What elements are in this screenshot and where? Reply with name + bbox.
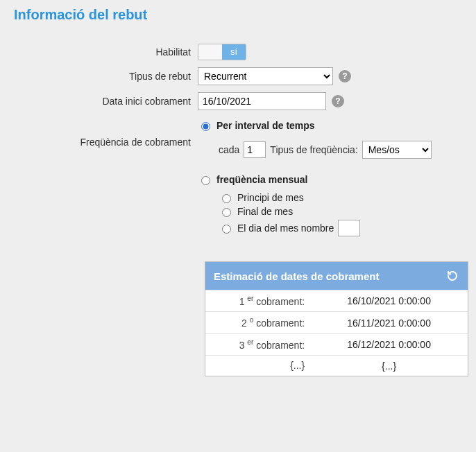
estimation-panel: Estimació de dates de cobrament 1 er cob… xyxy=(205,261,468,376)
estimation-table: 1 er cobrament:16/10/2021 0:00:002 o cob… xyxy=(205,290,468,376)
est-row-value: {...} xyxy=(310,356,468,376)
freq-type-select[interactable]: Mes/os xyxy=(362,141,432,159)
table-row: 1 er cobrament:16/10/2021 0:00:00 xyxy=(205,290,468,312)
est-row-label: {...} xyxy=(205,356,310,376)
est-row-value: 16/12/2021 0:00:00 xyxy=(310,333,468,355)
tfreq-label: Tipus de freqüència: xyxy=(270,144,357,155)
monthly-daynum-input[interactable] xyxy=(338,220,360,236)
est-row-label: 2 o cobrament: xyxy=(205,312,310,333)
est-row-label: 1 er cobrament: xyxy=(205,290,310,312)
every-input[interactable] xyxy=(244,141,266,158)
monthly-start-label: Principi de mes xyxy=(237,192,304,203)
est-row-value: 16/11/2021 0:00:00 xyxy=(310,312,468,333)
monthly-end-label: Final de mes xyxy=(237,206,293,217)
monthly-daynum-label: El dia del mes nombre xyxy=(237,223,334,234)
monthly-end-radio[interactable] xyxy=(222,208,231,217)
toggle-on-label: sí xyxy=(222,44,246,60)
start-label: Data inici cobrament xyxy=(14,96,198,107)
table-row: 2 o cobrament:16/11/2021 0:00:00 xyxy=(205,312,468,333)
mode-interval-label: Per interval de temps xyxy=(216,120,315,131)
type-label: Tipus de rebut xyxy=(14,71,198,82)
enabled-toggle[interactable]: sí xyxy=(198,44,246,60)
refresh-icon[interactable] xyxy=(445,269,459,283)
type-help-icon[interactable]: ? xyxy=(339,70,351,82)
monthly-start-radio[interactable] xyxy=(222,194,231,203)
type-select[interactable]: Recurrent xyxy=(198,67,333,85)
start-help-icon[interactable]: ? xyxy=(332,95,344,107)
page-title: Informació del rebut xyxy=(14,7,462,23)
est-row-label: 3 er cobrament: xyxy=(205,333,310,355)
estimation-title: Estimació de dates de cobrament xyxy=(214,270,379,282)
mode-monthly-label: freqüència mensual xyxy=(216,174,308,185)
start-date-input[interactable] xyxy=(198,92,326,110)
mode-interval-radio[interactable] xyxy=(201,122,210,131)
freq-label: Freqüència de cobrament xyxy=(14,117,198,148)
monthly-daynum-radio[interactable] xyxy=(222,225,231,234)
table-row: 3 er cobrament:16/12/2021 0:00:00 xyxy=(205,333,468,355)
table-row: {...}{...} xyxy=(205,356,468,376)
mode-monthly-radio[interactable] xyxy=(201,176,210,185)
enabled-label: Habilitat xyxy=(14,46,198,58)
est-row-value: 16/10/2021 0:00:00 xyxy=(310,290,468,312)
cada-label: cada xyxy=(219,144,239,155)
